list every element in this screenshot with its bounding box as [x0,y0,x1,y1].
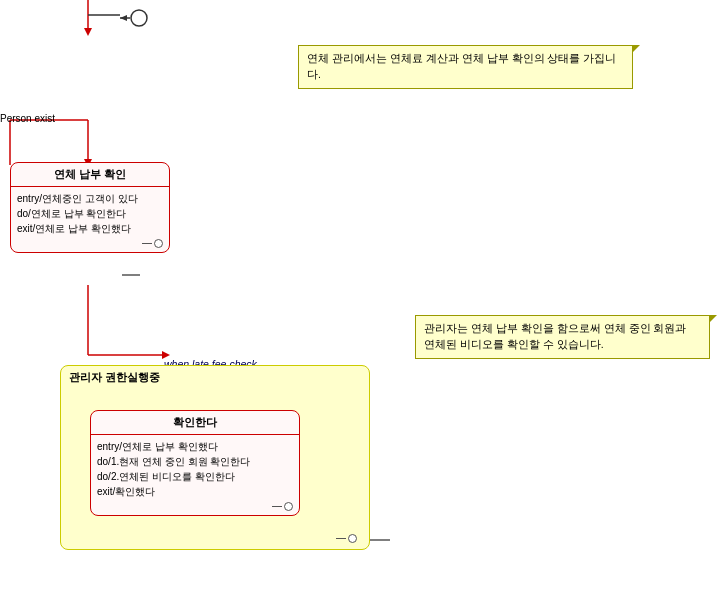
state-confirm-title: 확인한다 [91,411,299,435]
confirm-entry: entry/연체로 납부 확인했다 [97,439,293,454]
confirm-do2: do/2.연체된 비디오를 확인한다 [97,469,293,484]
note-middle: 관리자는 연체 납부 확인을 함으로써 연체 중인 회원과 연체된 비디오를 확… [415,315,710,359]
svg-marker-1 [84,28,92,36]
svg-point-14 [131,10,147,26]
confirm-exit: exit/확인했다 [97,484,293,499]
state-arrear-title: 연체 납부 확인 [11,163,169,187]
confirm-lollipop [272,502,293,511]
state-confirm: 확인한다 entry/연체로 납부 확인했다 do/1.현재 연체 중인 회원 … [90,410,300,516]
arrear-lollipop [142,239,163,248]
diagram-container: Person exist 연체 납부 확인 entry/연체중인 고객이 있다 … [0,0,724,609]
state-confirm-body: entry/연체로 납부 확인했다 do/1.현재 연체 중인 회원 확인한다 … [91,435,299,515]
note-top-text: 연체 관리에서는 연체료 계산과 연체 납부 확인의 상태를 가집니다. [307,52,616,80]
arrear-exit: exit/연체로 납부 확인했다 [17,221,163,236]
top-loop-icon [120,8,148,30]
manager-lollipop [336,534,357,543]
person-exist-label: Person exist [0,113,55,124]
note-middle-line2: 연체된 비디오를 확인할 수 있습니다. [424,337,701,353]
svg-marker-15 [120,15,127,21]
manager-container-title: 관리자 권한실행중 [65,370,365,385]
note-top: 연체 관리에서는 연체료 계산과 연체 납부 확인의 상태를 가집니다. [298,45,633,89]
arrear-entry: entry/연체중인 고객이 있다 [17,191,163,206]
confirm-do1: do/1.현재 연체 중인 회원 확인한다 [97,454,293,469]
note-middle-line1: 관리자는 연체 납부 확인을 함으로써 연체 중인 회원과 [424,321,701,337]
arrear-do: do/연체로 납부 확인한다 [17,206,163,221]
state-arrear-payment: 연체 납부 확인 entry/연체중인 고객이 있다 do/연체로 납부 확인한… [10,162,170,253]
